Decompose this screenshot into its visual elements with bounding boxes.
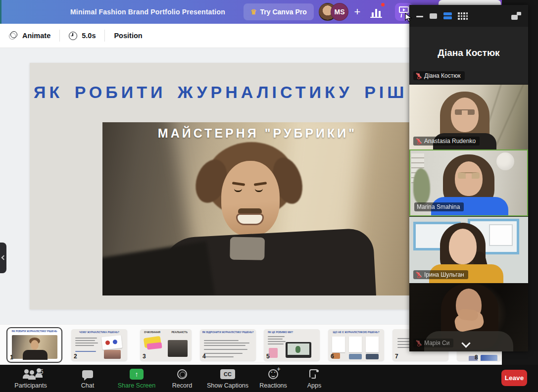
chat-icon	[82, 370, 93, 378]
slide-thumbnail-5[interactable]: ЯК ЦЕ РОБИМО МИ? 5	[264, 329, 320, 361]
participant-name-chip: Марія Си	[413, 339, 453, 347]
participant-name-chip: Anastasia Rudenko	[413, 137, 480, 146]
popout-window-icon[interactable]	[511, 12, 521, 20]
muted-mic-icon	[416, 138, 422, 145]
zoom-meeting-toolbar: 25 Participants Chat ↑ Share Screen Reco…	[0, 365, 538, 392]
duration-value: 5.0s	[82, 32, 96, 40]
participant-name-chip: Ірина Шульган	[413, 270, 468, 279]
participants-button[interactable]: 25 Participants	[7, 368, 54, 389]
slide-subtitle: МАЙСТЕРНЯ "РУБРИКИ"	[102, 126, 412, 141]
glasses	[455, 109, 475, 115]
leave-button[interactable]: Leave	[501, 370, 527, 386]
mouse-cursor	[405, 13, 413, 25]
participant-name-chip: Marina Smahina	[414, 202, 464, 211]
animate-button[interactable]: Animate	[0, 24, 59, 48]
slide-photo-pedro-pascal[interactable]: МАЙСТЕРНЯ "РУБРИКИ"	[102, 122, 412, 295]
presentation-easel-icon	[399, 6, 409, 13]
share-screen-icon: ↑	[130, 369, 144, 380]
duration-button[interactable]: 5.0s	[60, 24, 104, 48]
sidebar-expand-tab[interactable]	[0, 243, 6, 273]
position-button[interactable]: Position	[105, 24, 151, 48]
share-screen-button[interactable]: ↑ Share Screen	[113, 368, 160, 389]
chat-button[interactable]: Chat	[64, 368, 111, 389]
muted-mic-icon	[416, 272, 422, 278]
chevron-left-icon	[1, 255, 6, 260]
participants-count: 25	[37, 368, 41, 373]
glasses	[458, 172, 480, 179]
apps-icon	[309, 369, 319, 379]
add-member-button[interactable]: +	[350, 5, 364, 19]
slide-thumbnail-3[interactable]: ОЧІКУВАННЯ РЕАЛЬНІСТЬ 3	[140, 329, 192, 361]
slide-thumbnail-1-selected[interactable]: ЯК РОБИТИ ЖУРНАЛІСТИКУ РІШЕНЬ 1	[6, 327, 62, 363]
slide-thumbnail-6[interactable]: ЩО НЕ Є ЖУРНАЛІСТИКОЮ РІШЕНЬ? 6	[328, 329, 384, 361]
position-label: Position	[114, 32, 142, 40]
photo-face	[221, 161, 280, 236]
try-canva-pro-button[interactable]: ♛ Try Canva Pro	[244, 3, 314, 20]
speaker-view-icon[interactable]	[430, 13, 437, 19]
clock-icon	[69, 32, 77, 40]
active-speaker-tile[interactable]: Діана Костюк Діана Костюк	[409, 27, 528, 84]
reactions-button[interactable]: + Reactions	[249, 368, 297, 389]
gallery-view-icon[interactable]	[458, 12, 468, 20]
try-pro-label: Try Canva Pro	[260, 8, 307, 16]
animate-icon	[9, 31, 18, 40]
video-tile-anastasia[interactable]: Anastasia Rudenko	[409, 84, 528, 149]
record-icon	[177, 369, 187, 379]
video-tile-iryna[interactable]: Ірина Шульган	[409, 216, 528, 283]
show-captions-button[interactable]: CC Show Captions	[204, 368, 251, 389]
document-title[interactable]: Minimal Fashion Brand Portfolio Presenta…	[70, 8, 225, 16]
active-view-icon[interactable]	[443, 12, 452, 20]
captions-icon: CC	[220, 369, 235, 379]
minimize-icon[interactable]	[416, 16, 423, 17]
slide-number: 1	[10, 354, 13, 361]
video-tile-marina-active-speaker[interactable]: Marina Smahina	[409, 149, 528, 216]
participants-icon: 25	[23, 369, 38, 379]
video-tile-maria[interactable]: Марія Си	[409, 283, 528, 351]
speaker-name: Діана Костюк	[409, 48, 528, 58]
slide-thumbnail-2[interactable]: ЧОМУ ЖУРНАЛІСТИКА РІШЕНЬ? 2	[71, 329, 127, 361]
slide-thumbnail-4[interactable]: ЯК ВІДРІЗНИТИ ЖУРНАЛІСТИКУ РІШЕНЬ? 4	[200, 329, 256, 361]
apps-button[interactable]: Apps	[291, 368, 338, 389]
avatar-initials[interactable]: MS	[331, 3, 348, 21]
notification-dot	[381, 3, 385, 6]
record-button[interactable]: Record	[158, 368, 206, 389]
participant-name-chip: Діана Костюк	[413, 71, 465, 80]
muted-mic-icon	[416, 73, 422, 79]
animate-label: Animate	[22, 32, 50, 40]
zoom-video-panel: Діана Костюк Діана Костюк Anastasia Rude…	[409, 5, 528, 351]
insights-chart-icon[interactable]	[370, 6, 384, 18]
crown-icon: ♛	[250, 8, 257, 15]
panel-header	[409, 5, 528, 27]
muted-mic-icon	[416, 340, 422, 346]
slide-title[interactable]: ЯК РОБИТИ ЖУРНАЛІСТИКУ РІШ	[34, 83, 407, 102]
